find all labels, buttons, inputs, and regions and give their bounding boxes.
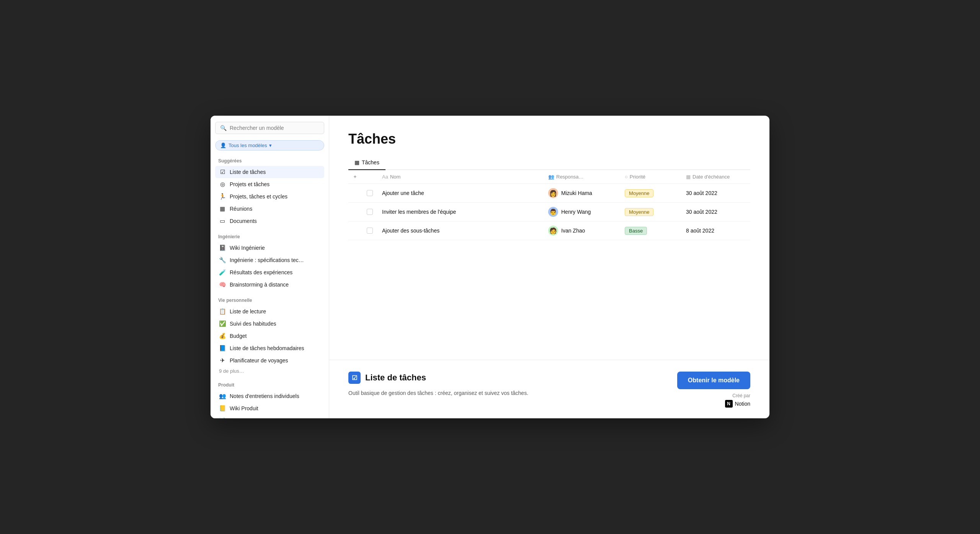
notion-logo: N <box>725 400 733 408</box>
sidebar-item-label: Documents <box>230 218 257 224</box>
th-date: ▦ Date d'échéance <box>681 170 750 184</box>
bottom-title: ☑ Liste de tâches <box>348 372 657 384</box>
avatar-emoji: 👨 <box>549 208 557 216</box>
th-priorite: ○ Priorité <box>620 170 681 184</box>
section-label-suggerees: Suggérées <box>215 157 324 166</box>
table-icon: ▦ <box>354 159 359 165</box>
checkbox-cell[interactable] <box>362 184 377 203</box>
one-on-one-icon: 👥 <box>219 393 226 400</box>
template-description: Outil basique de gestion des tâches : cr… <box>348 389 657 397</box>
travel-icon: ✈ <box>219 357 226 364</box>
tabs: ▦ Tâches <box>348 156 750 170</box>
created-by: Créé par N Notion <box>725 393 750 408</box>
sidebar-item-brainstorming[interactable]: 🧠 Brainstorming à distance <box>215 278 324 291</box>
th-responsable-label: Responsa… <box>556 174 584 180</box>
sidebar-item-label: Spécifications produit <box>230 418 281 418</box>
sidebar-item-planificateur[interactable]: ✈ Planificateur de voyages <box>215 354 324 367</box>
sidebar-item-projets-taches[interactable]: ◎ Projets et tâches <box>215 178 324 190</box>
sidebar-item-notes-entretiens[interactable]: 👥 Notes d'entretiens individuels <box>215 390 324 402</box>
chevron-down-icon: ▾ <box>269 143 272 148</box>
due-date: 8 août 2022 <box>686 228 714 234</box>
product-wiki-icon: 📒 <box>219 405 226 412</box>
sidebar-item-specifications-produit[interactable]: 📄 Spécifications produit <box>215 414 324 418</box>
sidebar-item-label: Notes d'entretiens individuels <box>230 393 299 399</box>
sidebar-item-label: Wiki Produit <box>230 405 258 411</box>
main-panel: Tâches ▦ Tâches ✦ <box>329 116 769 418</box>
assignee-name: Ivan Zhao <box>561 228 585 234</box>
spec-icon: 🔧 <box>219 257 226 264</box>
check-icon: ☑ <box>352 374 357 382</box>
tab-taches[interactable]: ▦ Tâches <box>348 156 385 169</box>
sidebar-item-reunions[interactable]: ▦ Réunions <box>215 203 324 215</box>
sidebar-item-label: Projets et tâches <box>230 181 270 187</box>
task-name-cell: Ajouter des sous-tâches <box>377 221 544 240</box>
assignee-name: Mizuki Hama <box>561 190 592 196</box>
sidebar-item-projets-taches-cycles[interactable]: 🏃 Projets, tâches et cycles <box>215 190 324 203</box>
star-th-icon: ✦ <box>353 174 357 180</box>
sidebar-item-liste-lecture[interactable]: 📋 Liste de lecture <box>215 305 324 318</box>
avatar-emoji: 👩 <box>549 190 557 197</box>
task-name: Ajouter une tâche <box>382 190 424 196</box>
task-name: Inviter les membres de l'équipe <box>382 209 456 215</box>
creator-value: N Notion <box>725 400 750 408</box>
date-cell: 8 août 2022 <box>681 221 750 240</box>
creator-name: Notion <box>735 401 750 407</box>
sidebar-item-wiki-produit[interactable]: 📒 Wiki Produit <box>215 402 324 414</box>
th-checkbox <box>362 170 377 184</box>
template-modal: 🔍 👤 Tous les modèles ▾ Suggérées ☑ Liste… <box>211 116 769 418</box>
sidebar-item-liste-taches-hebdo[interactable]: 📘 Liste de tâches hebdomadaires <box>215 342 324 354</box>
weekly-icon: 📘 <box>219 345 226 352</box>
sidebar-item-label: Liste de tâches <box>230 169 266 175</box>
sidebar-item-ingenierie-spec[interactable]: 🔧 Ingénierie : spécifications tec… <box>215 254 324 266</box>
sidebar-item-label: Brainstorming à distance <box>230 282 289 288</box>
row-checkbox[interactable] <box>367 190 373 196</box>
priority-badge: Moyenne <box>625 189 653 197</box>
checkbox-cell[interactable] <box>362 221 377 240</box>
sidebar-item-budget[interactable]: 💰 Budget <box>215 330 324 342</box>
task-list-icon: ☑ <box>219 169 226 175</box>
template-name: Liste de tâches <box>365 373 426 383</box>
task-name-cell: Ajouter une tâche <box>377 184 544 203</box>
filter-all-button[interactable]: 👤 Tous les modèles ▾ <box>215 140 324 151</box>
table-row: Inviter les membres de l'équipe 👨 Henry … <box>348 203 750 221</box>
search-icon: 🔍 <box>220 125 227 131</box>
th-priorite-label: Priorité <box>630 174 645 180</box>
priority-badge: Moyenne <box>625 208 653 216</box>
section-label-produit: Produit <box>215 381 324 390</box>
sidebar-item-wiki-ingenierie[interactable]: 📓 Wiki Ingénierie <box>215 242 324 254</box>
th-nom: Aa Nom <box>377 170 544 184</box>
row-checkbox[interactable] <box>367 228 373 234</box>
sidebar-item-label: Liste de lecture <box>230 308 266 315</box>
sidebar-item-label: Projets, tâches et cycles <box>230 193 287 200</box>
tab-label: Tâches <box>362 159 379 165</box>
sidebar-item-label: Wiki Ingénierie <box>230 245 265 251</box>
sidebar-item-suivi-habitudes[interactable]: ✅ Suivi des habitudes <box>215 318 324 330</box>
sidebar-item-resultats[interactable]: 🧪 Résultats des expériences <box>215 266 324 278</box>
sidebar-item-label: Ingénierie : spécifications tec… <box>230 257 304 263</box>
table-row: Ajouter une tâche 👩 Mizuki Hama <box>348 184 750 203</box>
sidebar-item-documents[interactable]: ▭ Documents <box>215 215 324 227</box>
wiki-icon: 📓 <box>219 244 226 251</box>
th-star: ✦ <box>348 170 362 184</box>
bottom-right: Obtenir le modèle Créé par N Notion <box>666 372 750 408</box>
sidebar: 🔍 👤 Tous les modèles ▾ Suggérées ☑ Liste… <box>211 116 329 418</box>
sidebar-item-label: Résultats des expériences <box>230 269 292 275</box>
meetings-icon: ▦ <box>219 205 226 212</box>
more-link[interactable]: 9 de plus… <box>215 367 324 375</box>
th-nom-label: Nom <box>390 174 400 180</box>
get-template-button[interactable]: Obtenir le modèle <box>677 372 750 389</box>
due-date: 30 août 2022 <box>686 190 717 196</box>
checkbox-cell[interactable] <box>362 203 377 221</box>
assignee-th-icon: 👥 <box>548 174 554 180</box>
row-checkbox[interactable] <box>367 209 373 215</box>
search-input[interactable] <box>230 125 319 131</box>
task-name-cell: Inviter les membres de l'équipe <box>377 203 544 221</box>
sidebar-item-label: Suivi des habitudes <box>230 321 276 327</box>
section-label-ingenierie: Ingénierie <box>215 233 324 242</box>
priority-badge: Basse <box>625 227 647 235</box>
budget-icon: 💰 <box>219 333 226 339</box>
th-responsable: 👥 Responsa… <box>544 170 620 184</box>
cycle-icon: 🏃 <box>219 193 226 200</box>
sidebar-item-liste-taches[interactable]: ☑ Liste de tâches <box>215 166 324 178</box>
search-box[interactable]: 🔍 <box>215 122 324 134</box>
